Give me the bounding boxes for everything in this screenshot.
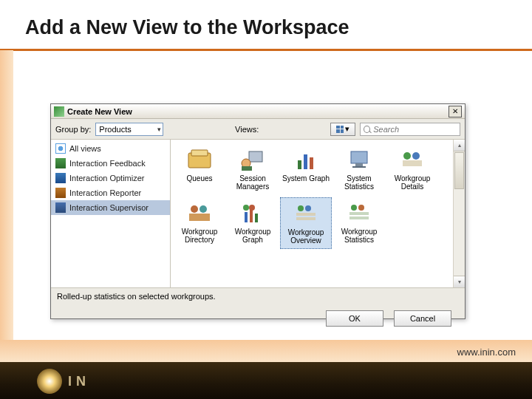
scroll-down-button[interactable]: ▾ [454, 276, 465, 287]
dialog-toolbar: Group by: Products ▾ Views: ▾ [51, 119, 465, 140]
svg-point-23 [305, 205, 311, 211]
view-item-queues[interactable]: Queues [174, 144, 225, 196]
svg-rect-2 [249, 151, 262, 162]
sidebar-item-interaction-reporter[interactable]: Interaction Reporter [51, 185, 170, 200]
svg-point-26 [351, 205, 357, 211]
cancel-button[interactable]: Cancel [394, 310, 451, 327]
view-description: Rolled-up statistics on selected workgro… [51, 287, 465, 304]
feedback-icon [55, 158, 66, 168]
svg-rect-8 [351, 151, 367, 163]
supervisor-icon [55, 202, 66, 213]
svg-rect-10 [352, 166, 366, 168]
svg-rect-4 [242, 166, 252, 171]
workgroup-directory-icon [186, 200, 213, 225]
brand-logo: IN [37, 368, 118, 395]
view-mode-button[interactable]: ▾ [330, 123, 355, 136]
group-by-label: Group by: [55, 125, 91, 134]
sidebar-item-label: All views [69, 144, 101, 153]
footer-url: www.inin.com [457, 347, 516, 358]
view-item-label: Queues [175, 174, 224, 183]
view-item-label: System Graph [282, 174, 330, 183]
search-field[interactable] [373, 125, 457, 134]
scrollbar[interactable]: ▴ ▾ [453, 140, 465, 287]
workgroup-overview-icon [293, 201, 319, 226]
svg-rect-6 [304, 154, 307, 169]
optimizer-icon [55, 173, 66, 183]
view-item-workgroup-graph[interactable]: Workgroup Graph [227, 197, 279, 249]
reporter-icon [55, 188, 66, 198]
bottom-decor-band [0, 340, 532, 362]
svg-point-27 [358, 205, 364, 211]
svg-rect-25 [296, 217, 316, 220]
svg-rect-9 [355, 163, 363, 166]
sidebar-item-label: Interaction Reporter [69, 188, 141, 197]
svg-point-12 [412, 152, 420, 160]
view-item-label: System Statistics [335, 174, 383, 191]
svg-rect-19 [245, 212, 248, 222]
sidebar-item-interaction-optimizer[interactable]: Interaction Optimizer [51, 171, 170, 185]
svg-rect-13 [403, 160, 422, 166]
sidebar-item-interaction-feedback[interactable]: Interaction Feedback [51, 156, 170, 171]
view-item-label: Workgroup Directory [175, 228, 224, 244]
search-input[interactable] [360, 123, 460, 136]
svg-rect-24 [296, 213, 316, 216]
view-item-system-graph[interactable]: System Graph [280, 144, 332, 196]
logo-burst-icon [37, 369, 62, 394]
logo-text: IN [68, 374, 90, 389]
group-by-value: Products [99, 125, 131, 134]
svg-rect-20 [250, 209, 253, 222]
views-label: Views: [235, 125, 259, 134]
dialog-icon [54, 106, 64, 117]
scroll-thumb[interactable] [454, 152, 464, 189]
close-icon: ✕ [452, 108, 458, 115]
queues-icon [186, 147, 213, 172]
svg-point-17 [243, 205, 249, 211]
close-button[interactable]: ✕ [449, 106, 462, 117]
sidebar-item-all-views[interactable]: All views [51, 141, 170, 156]
svg-rect-28 [349, 212, 369, 215]
view-item-workgroup-statistics[interactable]: Workgroup Statistics [333, 197, 385, 249]
view-item-label: Workgroup Details [388, 174, 437, 191]
dialog-button-row: OK Cancel [51, 304, 465, 333]
chevron-down-icon: ▾ [345, 124, 349, 134]
category-sidebar: All views Interaction Feedback Interacti… [51, 140, 171, 287]
sidebar-item-label: Interaction Feedback [69, 159, 146, 168]
view-grid-pane: Queues Session Managers System Graph [171, 140, 465, 287]
svg-point-11 [403, 152, 411, 160]
svg-point-22 [298, 205, 304, 211]
view-item-label: Workgroup Overview [282, 228, 330, 245]
view-item-label: Workgroup Statistics [335, 228, 383, 244]
sidebar-item-label: Interaction Supervisor [69, 203, 149, 212]
sidebar-item-interaction-supervisor[interactable]: Interaction Supervisor [51, 200, 170, 215]
view-item-workgroup-overview[interactable]: Workgroup Overview [280, 197, 332, 249]
view-item-label: Session Managers [228, 174, 277, 191]
view-item-workgroup-directory[interactable]: Workgroup Directory [174, 197, 225, 249]
dialog-title: Create New View [67, 107, 449, 116]
search-icon [364, 126, 370, 133]
workgroup-graph-icon [239, 200, 266, 225]
svg-point-15 [200, 205, 207, 213]
scroll-up-button[interactable]: ▴ [454, 140, 465, 151]
workgroup-details-icon [399, 147, 426, 172]
view-item-session-managers[interactable]: Session Managers [227, 144, 279, 196]
ok-button[interactable]: OK [326, 310, 383, 327]
page-title: Add a New View to the Workspace [25, 16, 349, 39]
dialog-titlebar: Create New View ✕ [51, 104, 465, 119]
chevron-down-icon: ▾ [157, 126, 161, 133]
view-item-system-statistics[interactable]: System Statistics [333, 144, 385, 196]
create-new-view-dialog: Create New View ✕ Group by: Products ▾ V… [50, 103, 466, 319]
view-item-workgroup-details[interactable]: Workgroup Details [386, 144, 438, 196]
system-graph-icon [293, 147, 319, 172]
session-managers-icon [239, 147, 266, 172]
group-by-select[interactable]: Products ▾ [95, 123, 163, 136]
svg-rect-16 [189, 214, 210, 221]
view-item-label: Workgroup Graph [228, 228, 277, 244]
left-decor-band [0, 50, 13, 342]
grid-icon [336, 126, 344, 133]
svg-rect-7 [310, 157, 313, 169]
svg-point-14 [191, 205, 198, 213]
slide-footer: IN [0, 362, 532, 399]
sidebar-item-label: Interaction Optimizer [69, 174, 144, 183]
workgroup-statistics-icon [346, 200, 372, 225]
svg-rect-29 [349, 216, 369, 219]
